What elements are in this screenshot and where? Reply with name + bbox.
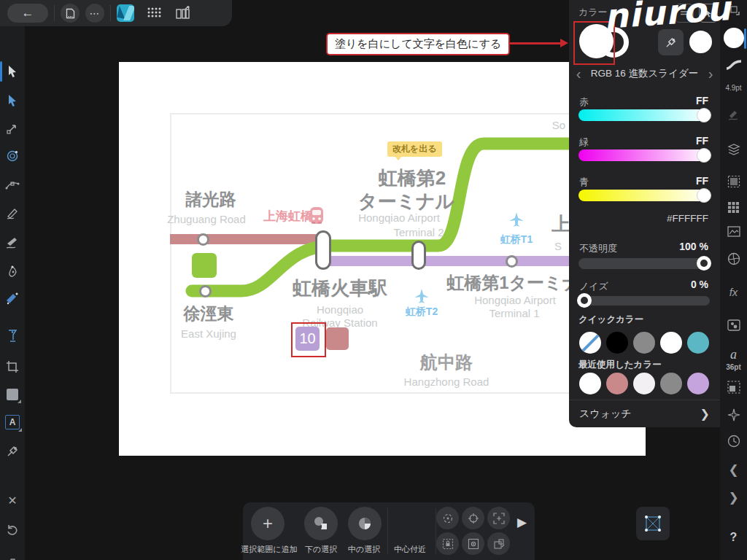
station-label[interactable]: 上海虹橋 — [263, 208, 313, 225]
station-label-partial[interactable]: So — [552, 119, 565, 131]
fill-tool[interactable] — [0, 324, 25, 349]
node-tool[interactable] — [0, 88, 25, 113]
station-label[interactable]: 虹橋第2 — [379, 166, 446, 191]
previous-button[interactable]: ❮ — [720, 462, 747, 478]
history-button[interactable] — [720, 435, 747, 448]
quick-color-white[interactable] — [660, 332, 682, 354]
station-label[interactable]: 徐涇東 — [184, 303, 234, 325]
station-dot-pink[interactable] — [197, 233, 209, 246]
station-label-partial[interactable]: 上 — [551, 211, 570, 237]
swatches-panel-button[interactable] — [720, 201, 747, 214]
navigator-button[interactable] — [720, 408, 747, 421]
color-picker-tool[interactable] — [0, 439, 25, 464]
text-tool[interactable]: A — [0, 410, 25, 435]
exit-gate-tag[interactable]: 改札を出る — [387, 141, 442, 157]
expand-selection-button[interactable] — [487, 507, 510, 529]
recent-color-rose[interactable] — [606, 373, 628, 394]
swatches-row[interactable]: スウォッチ ❯ — [569, 400, 720, 427]
transform-tool[interactable] — [0, 116, 25, 141]
text-size-value[interactable]: 36pt — [720, 363, 747, 371]
station-label[interactable]: 虹橋火車駅 — [293, 276, 387, 301]
mask-button[interactable] — [720, 381, 747, 394]
station-label[interactable]: 航中路 — [420, 351, 473, 374]
text-styles-button[interactable]: a — [720, 347, 747, 362]
station-label-partial[interactable]: S — [554, 240, 562, 252]
next-button[interactable]: ❯ — [720, 490, 747, 505]
noise-knob[interactable] — [577, 293, 592, 308]
recent-color-offwhite[interactable] — [633, 373, 655, 394]
select-below-button[interactable] — [304, 507, 338, 540]
color-picker-button[interactable] — [658, 29, 684, 55]
recent-color-lavender[interactable] — [687, 373, 709, 394]
artboard[interactable]: 諸光路 Zhuguang Road 上海虹橋 徐涇東 East Xujing 虹… — [119, 62, 646, 456]
station-label-en[interactable]: Hongqiao Airport — [474, 294, 556, 306]
add-to-selection-button[interactable]: + — [251, 507, 285, 540]
lock-selection-button[interactable] — [436, 532, 459, 555]
recent-color-white[interactable] — [579, 373, 601, 394]
delete-button[interactable] — [0, 551, 25, 560]
stroke-style-button[interactable] — [720, 60, 747, 70]
document-button[interactable] — [61, 4, 80, 23]
picked-color-well[interactable] — [689, 31, 712, 53]
station-dot-green[interactable] — [199, 285, 212, 298]
near-center-button[interactable] — [636, 507, 670, 540]
affinity-designer-logo[interactable] — [117, 4, 134, 22]
brush-panel-button[interactable] — [720, 109, 747, 121]
opacity-slider[interactable] — [578, 258, 710, 269]
stroke-color-indicator[interactable] — [720, 28, 747, 48]
green-slider-knob[interactable] — [697, 148, 711, 163]
station-label-en[interactable]: Terminal 2 — [393, 226, 444, 238]
target-center-button[interactable] — [462, 507, 484, 529]
mode-label[interactable]: RGB 16 進数スライダー — [588, 67, 701, 80]
noise-slider[interactable] — [578, 296, 710, 306]
green-slider[interactable] — [578, 149, 710, 161]
quick-color-gray[interactable] — [633, 332, 655, 354]
transform-selection-button[interactable] — [487, 532, 510, 555]
rectangle-tool[interactable] — [0, 382, 25, 407]
undo-button[interactable] — [0, 517, 25, 542]
more-options-button[interactable]: ⋯ — [85, 4, 104, 23]
crop-tool[interactable] — [0, 354, 25, 379]
help-button[interactable]: ? — [720, 531, 747, 544]
red-slider-knob[interactable] — [697, 108, 711, 122]
selection-panel-button[interactable] — [720, 175, 747, 188]
layers-panel-button[interactable] — [720, 143, 747, 155]
point-transform-tool[interactable] — [0, 144, 25, 168]
blue-slider-knob[interactable] — [697, 188, 711, 203]
paint-brush-tool[interactable] — [0, 286, 25, 311]
station-label-en[interactable]: Hongqiao — [317, 303, 363, 316]
color-wheel-panel-button[interactable] — [720, 252, 747, 265]
pencil-tool[interactable] — [0, 201, 25, 226]
pen-tool[interactable] — [0, 260, 25, 284]
show-selection-button[interactable] — [462, 532, 484, 555]
adjustments-panel-button[interactable] — [720, 319, 747, 331]
interchange-pill-railway[interactable] — [315, 230, 331, 270]
opacity-knob[interactable] — [697, 256, 711, 271]
dots-grid-button[interactable] — [146, 5, 162, 21]
station-label-en[interactable]: Zhuguang Road — [167, 213, 246, 225]
station-dot-purple[interactable] — [506, 255, 518, 268]
rose-color-square[interactable] — [326, 327, 349, 350]
recent-color-gray[interactable] — [660, 373, 682, 394]
cancel-button[interactable]: ✕ — [0, 488, 25, 513]
stroke-width-value[interactable]: 4.9pt — [720, 84, 747, 92]
red-slider[interactable] — [578, 109, 710, 121]
mode-next-button[interactable]: › — [701, 66, 720, 82]
back-button[interactable]: ← — [7, 4, 48, 23]
quick-color-none[interactable] — [579, 332, 601, 354]
station-label-en[interactable]: Terminal 1 — [489, 307, 539, 319]
media-panel-button[interactable] — [720, 226, 747, 237]
terminal-label-t1[interactable]: 虹桥T1 — [500, 233, 533, 246]
expand-toolbar-button[interactable]: ▶ — [517, 515, 527, 530]
blue-slider[interactable] — [578, 190, 710, 201]
station-label[interactable]: 諸光路 — [186, 188, 236, 211]
mode-prev-button[interactable]: ‹ — [569, 66, 588, 82]
station-label-en[interactable]: East Xujing — [181, 327, 236, 340]
vector-brush-tool[interactable] — [0, 230, 25, 255]
quick-color-teal[interactable] — [687, 332, 709, 354]
effects-panel-button[interactable]: fx — [720, 286, 747, 298]
quick-color-black[interactable] — [606, 332, 628, 354]
terminal-label-t2[interactable]: 虹桥T2 — [406, 306, 438, 319]
rotate-selection-button[interactable] — [436, 507, 459, 529]
station-label-en[interactable]: Hangzhong Road — [404, 376, 489, 388]
